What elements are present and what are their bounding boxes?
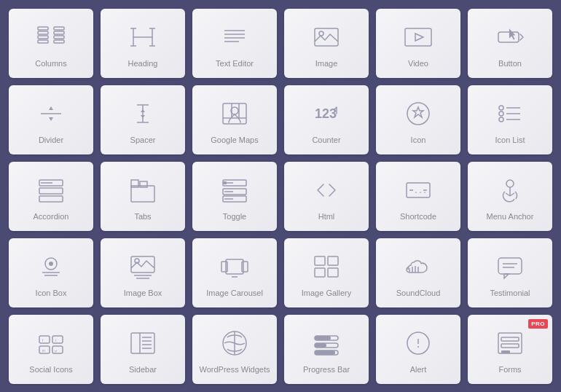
svg-rect-77 (221, 262, 227, 272)
svg-rect-53 (140, 181, 147, 187)
google-maps-icon (219, 98, 251, 130)
svg-rect-83 (328, 268, 338, 277)
widget-card-icon[interactable]: Icon (376, 85, 460, 154)
svg-rect-78 (242, 262, 248, 272)
video-icon (402, 21, 434, 53)
forms-label: Forms (498, 365, 521, 375)
wordpress-widgets-label: WordPress Widgets (200, 365, 270, 375)
svg-rect-0 (38, 27, 48, 30)
widget-card-toggle[interactable]: Toggle (192, 162, 277, 231)
widget-card-spacer[interactable]: Spacer (101, 85, 185, 154)
widget-card-columns[interactable]: Columns (9, 9, 93, 78)
image-gallery-label: Image Gallery (302, 289, 351, 298)
svg-text:f: f (42, 338, 44, 342)
widget-card-button[interactable]: Button (468, 9, 552, 78)
widget-card-social-icons[interactable]: f t in yt Social Icons (9, 315, 93, 384)
text-editor-label: Text Editor (216, 59, 254, 68)
menu-anchor-label: Menu Anchor (487, 212, 534, 222)
svg-line-66 (506, 193, 510, 196)
svg-marker-22 (415, 34, 423, 41)
svg-marker-26 (49, 106, 53, 110)
svg-rect-7 (54, 40, 64, 43)
svg-marker-27 (49, 117, 53, 121)
widget-card-progress-bar[interactable]: Progress Bar (284, 315, 369, 384)
sidebar-label: Sidebar (129, 365, 157, 375)
widget-card-alert[interactable]: Alert (376, 315, 460, 384)
icon-box-label: Icon Box (36, 289, 67, 298)
widget-card-soundcloud[interactable]: SoundCloud (376, 238, 460, 307)
svg-rect-4 (54, 27, 64, 30)
widget-card-wordpress-widgets[interactable]: WordPress Widgets (192, 315, 277, 384)
svg-point-65 (506, 180, 514, 187)
image-box-label: Image Box (124, 289, 162, 298)
svg-marker-40 (413, 107, 423, 117)
widget-card-google-maps[interactable]: Google Maps (192, 85, 277, 154)
svg-rect-100 (131, 333, 154, 353)
svg-rect-2 (38, 36, 48, 39)
svg-rect-6 (54, 36, 64, 39)
testimonial-icon (494, 251, 526, 283)
svg-rect-119 (501, 344, 519, 348)
svg-rect-21 (405, 28, 431, 46)
divider-icon (35, 98, 67, 130)
widget-card-image[interactable]: Image (284, 9, 369, 78)
accordion-icon (35, 174, 67, 206)
shortcode-label: Shortcode (400, 212, 436, 222)
video-label: Video (408, 59, 428, 68)
widget-card-shortcode[interactable]: ... Shortcode (376, 162, 460, 231)
spacer-label: Spacer (130, 136, 156, 145)
svg-point-71 (49, 262, 53, 266)
widget-card-text-editor[interactable]: Text Editor (192, 9, 277, 78)
svg-rect-111 (315, 343, 326, 348)
image-carousel-label: Image Carousel (206, 289, 263, 298)
image-carousel-icon (219, 251, 251, 283)
svg-rect-33 (223, 103, 246, 124)
heading-label: Heading (128, 59, 158, 68)
svg-marker-32 (141, 115, 145, 118)
toggle-icon (219, 174, 251, 206)
button-label: Button (498, 59, 522, 68)
widget-card-html[interactable]: Html (284, 162, 369, 231)
alert-label: Alert (410, 365, 427, 375)
sidebar-icon (127, 327, 159, 359)
svg-rect-76 (226, 259, 243, 274)
counter-icon: 123 (310, 98, 342, 130)
columns-label: Columns (35, 59, 66, 68)
svg-rect-49 (39, 196, 63, 202)
widget-card-sidebar[interactable]: Sidebar (101, 315, 185, 384)
svg-rect-23 (498, 32, 519, 42)
forms-icon (494, 327, 526, 359)
svg-marker-31 (141, 109, 145, 112)
widget-card-testimonial[interactable]: Testimonial (468, 238, 552, 307)
widget-card-counter[interactable]: 123 Counter (284, 85, 369, 154)
widget-card-divider[interactable]: Divider (9, 85, 93, 154)
social-icons-icon: f t in yt (35, 327, 67, 359)
widget-card-icon-box[interactable]: Icon Box (9, 238, 93, 307)
svg-line-67 (510, 193, 514, 196)
icon-label: Icon (411, 136, 426, 145)
alert-icon (402, 327, 434, 359)
svg-marker-89 (504, 274, 509, 278)
widget-card-accordion[interactable]: Accordion (9, 162, 93, 231)
svg-rect-51 (131, 186, 154, 202)
svg-rect-48 (39, 188, 63, 194)
svg-text:...: ... (414, 187, 427, 195)
widget-card-tabs[interactable]: Tabs (101, 162, 185, 231)
svg-rect-117 (498, 333, 522, 353)
widget-card-heading[interactable]: Heading (101, 9, 185, 78)
svg-rect-113 (315, 350, 335, 355)
svg-rect-118 (501, 337, 519, 341)
widget-card-forms[interactable]: FormsPRO (468, 315, 552, 384)
widget-card-video[interactable]: Video (376, 9, 460, 78)
widget-card-image-carousel[interactable]: Image Carousel (192, 238, 277, 307)
widget-card-icon-list[interactable]: Icon List (468, 85, 552, 154)
text-editor-icon (219, 21, 251, 53)
icon-box-icon (35, 251, 67, 283)
widget-card-image-box[interactable]: Image Box (101, 238, 185, 307)
widget-card-image-gallery[interactable]: Image Gallery (284, 238, 369, 307)
spacer-icon (127, 98, 159, 130)
svg-text:t: t (55, 338, 57, 342)
svg-point-20 (319, 31, 323, 36)
widget-card-menu-anchor[interactable]: Menu Anchor (468, 162, 552, 231)
pro-badge: PRO (528, 319, 548, 329)
